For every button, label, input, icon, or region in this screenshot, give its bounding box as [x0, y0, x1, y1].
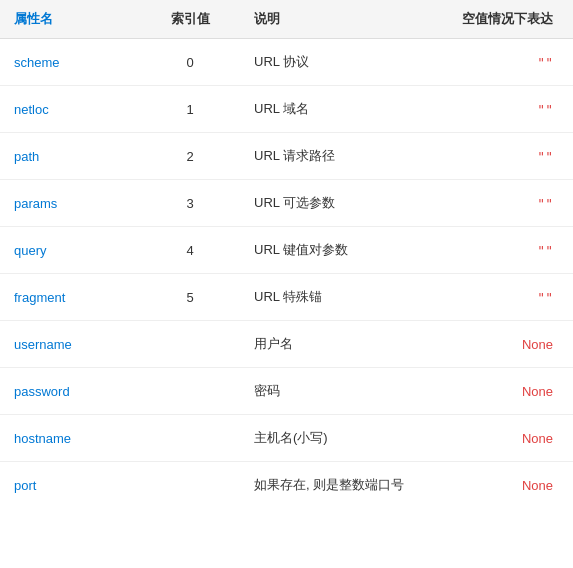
cell-index: 2 [140, 133, 240, 180]
cell-empty: None [440, 415, 573, 462]
table-row: query4URL 键值对参数"" [0, 227, 573, 274]
cell-desc: URL 特殊锚 [240, 274, 440, 321]
cell-attr: netloc [0, 86, 140, 133]
header-desc: 说明 [240, 0, 440, 39]
table-row: netloc1URL 域名"" [0, 86, 573, 133]
attributes-table: 属性名 索引值 说明 空值情况下表达 scheme0URL 协议""netloc… [0, 0, 573, 508]
cell-desc: 用户名 [240, 321, 440, 368]
cell-index: 1 [140, 86, 240, 133]
table-row: password密码None [0, 368, 573, 415]
cell-attr: scheme [0, 39, 140, 86]
cell-attr: port [0, 462, 140, 509]
cell-empty: "" [440, 39, 573, 86]
cell-attr: hostname [0, 415, 140, 462]
cell-index: 4 [140, 227, 240, 274]
cell-empty: "" [440, 133, 573, 180]
table-row: username用户名None [0, 321, 573, 368]
cell-attr: params [0, 180, 140, 227]
table-row: fragment5URL 特殊锚"" [0, 274, 573, 321]
cell-empty: "" [440, 86, 573, 133]
cell-index: 3 [140, 180, 240, 227]
cell-desc: 如果存在, 则是整数端口号 [240, 462, 440, 509]
cell-empty: None [440, 321, 573, 368]
cell-desc: URL 请求路径 [240, 133, 440, 180]
cell-empty: None [440, 368, 573, 415]
cell-desc: 密码 [240, 368, 440, 415]
cell-index [140, 462, 240, 509]
header-attr: 属性名 [0, 0, 140, 39]
table-row: hostname主机名(小写)None [0, 415, 573, 462]
table-header-row: 属性名 索引值 说明 空值情况下表达 [0, 0, 573, 39]
cell-index: 0 [140, 39, 240, 86]
cell-empty: "" [440, 180, 573, 227]
cell-attr: password [0, 368, 140, 415]
cell-desc: 主机名(小写) [240, 415, 440, 462]
cell-empty: "" [440, 227, 573, 274]
header-index: 索引值 [140, 0, 240, 39]
cell-desc: URL 协议 [240, 39, 440, 86]
cell-index [140, 321, 240, 368]
table-row: port如果存在, 则是整数端口号None [0, 462, 573, 509]
cell-desc: URL 键值对参数 [240, 227, 440, 274]
cell-index [140, 368, 240, 415]
header-empty: 空值情况下表达 [440, 0, 573, 39]
cell-index [140, 415, 240, 462]
cell-attr: fragment [0, 274, 140, 321]
cell-empty: None [440, 462, 573, 509]
cell-empty: "" [440, 274, 573, 321]
cell-index: 5 [140, 274, 240, 321]
cell-attr: query [0, 227, 140, 274]
cell-desc: URL 可选参数 [240, 180, 440, 227]
table-row: scheme0URL 协议"" [0, 39, 573, 86]
table-row: params3URL 可选参数"" [0, 180, 573, 227]
cell-attr: username [0, 321, 140, 368]
cell-desc: URL 域名 [240, 86, 440, 133]
main-container: 属性名 索引值 说明 空值情况下表达 scheme0URL 协议""netloc… [0, 0, 573, 568]
table-row: path2URL 请求路径"" [0, 133, 573, 180]
cell-attr: path [0, 133, 140, 180]
